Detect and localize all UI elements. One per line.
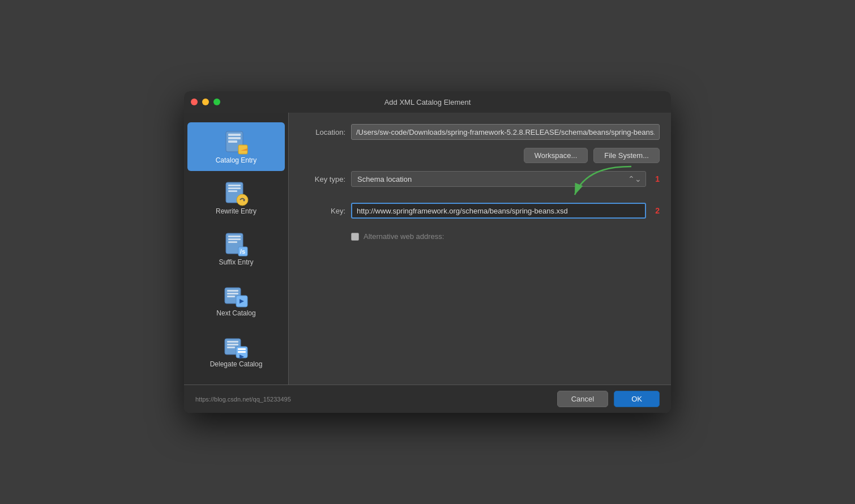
- location-input[interactable]: [351, 124, 660, 140]
- svg-rect-7: [228, 185, 241, 186]
- svg-rect-13: [228, 238, 241, 240]
- ok-button[interactable]: OK: [614, 391, 660, 407]
- svg-rect-8: [228, 187, 241, 189]
- sidebar-item-rewrite-entry-label: Rewrite Entry: [216, 207, 256, 215]
- rewrite-entry-icon: [223, 180, 250, 207]
- bottom-buttons: Cancel OK: [557, 391, 660, 407]
- svg-rect-25: [227, 344, 238, 345]
- alt-web-label: Alternative web address:: [364, 232, 444, 241]
- sidebar-item-delegate-catalog[interactable]: Delegate Catalog: [187, 326, 285, 375]
- svg-rect-26: [227, 347, 235, 348]
- alt-web-row: Alternative web address:: [351, 232, 660, 241]
- window-body: Catalog Entry Rewrite Entry: [184, 113, 671, 385]
- sidebar-item-catalog-entry-label: Catalog Entry: [216, 156, 257, 164]
- svg-rect-2: [228, 137, 241, 139]
- sidebar-item-rewrite-entry[interactable]: Rewrite Entry: [187, 173, 285, 222]
- minimize-button[interactable]: [202, 99, 209, 105]
- workspace-button[interactable]: Workspace...: [524, 148, 588, 163]
- footer-url: https://blog.csdn.net/qq_15233495: [195, 396, 291, 403]
- svg-rect-14: [228, 241, 237, 243]
- traffic-lights: [191, 99, 220, 105]
- maximize-button[interactable]: [213, 99, 220, 105]
- sidebar-item-catalog-entry[interactable]: Catalog Entry: [187, 122, 285, 171]
- location-label: Location:: [300, 128, 345, 136]
- suffix-entry-icon: /s: [223, 231, 250, 258]
- catalog-entry-icon: [223, 129, 250, 156]
- alt-web-checkbox[interactable]: [351, 233, 359, 241]
- sidebar-item-delegate-catalog-label: Delegate Catalog: [210, 360, 263, 368]
- svg-rect-9: [228, 190, 237, 192]
- sidebar-item-next-catalog-label: Next Catalog: [216, 309, 255, 317]
- svg-rect-20: [227, 296, 235, 297]
- annotation-2: 2: [655, 206, 660, 215]
- key-type-select-wrapper: Schema location Public ID System ID URI …: [351, 171, 646, 187]
- svg-rect-28: [238, 348, 246, 350]
- annotation-1: 1: [655, 174, 660, 183]
- sidebar-item-next-catalog[interactable]: Next Catalog: [187, 275, 285, 324]
- sidebar-item-suffix-entry[interactable]: /s Suffix Entry: [187, 224, 285, 273]
- key-row: Key: 2: [300, 203, 660, 219]
- sidebar-item-suffix-entry-label: Suffix Entry: [219, 258, 253, 266]
- content-spacer: [300, 249, 660, 373]
- close-button[interactable]: [191, 99, 198, 105]
- title-bar: Add XML Catalog Element: [184, 91, 671, 113]
- svg-rect-3: [228, 140, 237, 143]
- window-title: Add XML Catalog Element: [384, 98, 471, 106]
- svg-point-10: [237, 194, 248, 206]
- key-input[interactable]: [351, 203, 646, 219]
- main-window: Add XML Catalog Element Catalog Entry: [184, 91, 671, 413]
- svg-rect-24: [227, 341, 238, 343]
- cancel-button[interactable]: Cancel: [557, 391, 608, 407]
- svg-rect-12: [228, 236, 241, 237]
- svg-rect-18: [227, 290, 238, 292]
- file-buttons-row: Workspace... File System...: [351, 148, 660, 163]
- sidebar: Catalog Entry Rewrite Entry: [184, 113, 289, 385]
- svg-rect-19: [227, 293, 238, 294]
- bottom-bar: https://blog.csdn.net/qq_15233495 Cancel…: [184, 385, 671, 413]
- main-content: Location: Workspace... File System... Ke…: [289, 113, 671, 385]
- key-label: Key:: [300, 207, 345, 215]
- svg-rect-1: [228, 134, 241, 136]
- delegate-catalog-icon: [223, 333, 250, 360]
- svg-text:/s: /s: [240, 248, 245, 255]
- key-type-row: Key type: Schema location Public ID Syst…: [300, 171, 660, 187]
- next-catalog-icon: [223, 282, 250, 309]
- svg-rect-29: [238, 351, 246, 353]
- filesystem-button[interactable]: File System...: [593, 148, 660, 163]
- key-type-select[interactable]: Schema location Public ID System ID URI: [351, 171, 646, 187]
- key-type-label: Key type:: [300, 175, 345, 183]
- location-row: Location:: [300, 124, 660, 140]
